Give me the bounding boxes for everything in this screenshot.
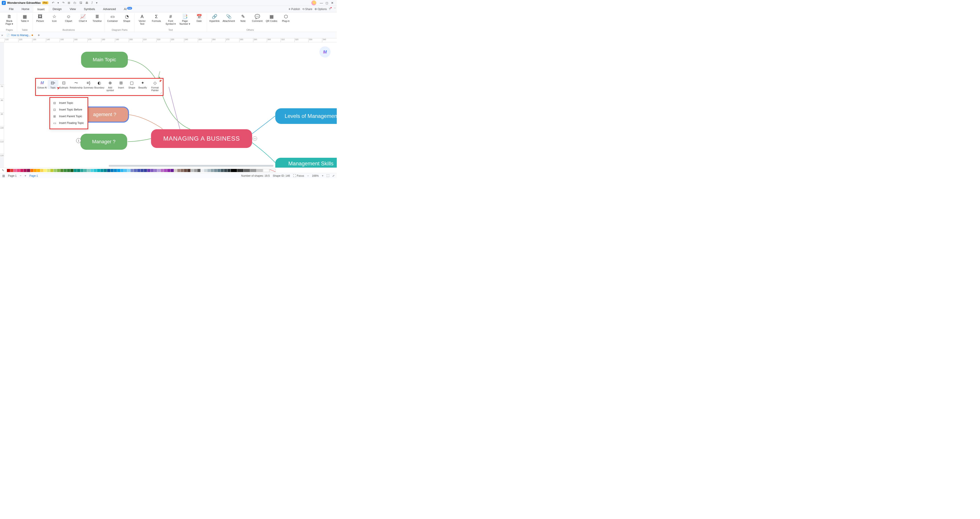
color-swatch[interactable] (20, 169, 23, 172)
collapse-children-button[interactable]: — (253, 136, 257, 141)
ft-subtopic-button[interactable]: ⊡Subtopic (58, 80, 69, 89)
ribbon-blank-page--button[interactable]: 🗎Blank Page ▾ (3, 13, 15, 25)
toolbar-pin-button[interactable]: 📌 (159, 80, 162, 83)
color-swatch[interactable] (37, 169, 40, 172)
color-swatch[interactable] (127, 169, 130, 172)
toolbar-expand-button[interactable]: ⤢ (160, 92, 162, 94)
ribbon-icon-button[interactable]: ☆Icon (49, 13, 60, 22)
ribbon-formula-button[interactable]: ΣFormula (151, 13, 162, 22)
menu-ai[interactable]: AIhot (120, 6, 136, 12)
ft-beautify-button[interactable]: ✦Beautify (137, 80, 148, 89)
color-swatch[interactable] (243, 169, 250, 172)
redo-button[interactable]: ↷ (62, 1, 65, 5)
color-swatch[interactable] (80, 169, 84, 172)
color-swatch[interactable] (164, 169, 167, 172)
save-button[interactable]: 🖫 (79, 1, 82, 5)
ribbon-timeline-button[interactable]: ≣Timeline (91, 13, 103, 22)
color-swatch[interactable] (221, 169, 224, 172)
zoom-in-button[interactable]: + (322, 174, 323, 177)
color-swatch[interactable] (161, 169, 164, 172)
print-button[interactable]: 🖶 (85, 1, 88, 5)
color-swatch[interactable] (237, 169, 243, 172)
page-next-button[interactable]: + (24, 174, 26, 177)
node-central[interactable]: MANAGING A BUSINESS (151, 129, 252, 148)
maximize-button[interactable]: ◻ (326, 1, 328, 5)
minimize-button[interactable]: — (320, 1, 323, 5)
color-swatch[interactable] (33, 169, 37, 172)
color-swatch[interactable] (184, 169, 187, 172)
undo-button[interactable]: ↶ (52, 1, 54, 5)
color-swatch[interactable] (30, 169, 33, 172)
color-swatch[interactable] (187, 169, 191, 172)
color-swatch[interactable] (77, 169, 80, 172)
color-swatch[interactable] (194, 169, 197, 172)
color-swatch[interactable] (170, 169, 174, 172)
node-levels[interactable]: Levels of Managemen (275, 108, 337, 124)
color-swatch[interactable] (211, 169, 214, 172)
ft-add-symbol-button[interactable]: ⊕Add symbol (105, 80, 116, 92)
ai-assistant-button[interactable]: M (320, 46, 331, 57)
color-swatch[interactable] (47, 169, 50, 172)
ft-insert-button[interactable]: ⊞Insert (116, 80, 127, 89)
color-swatch[interactable] (204, 169, 207, 172)
color-swatch[interactable] (110, 169, 114, 172)
color-swatch[interactable] (256, 169, 263, 172)
color-swatch[interactable] (200, 169, 204, 172)
color-swatch[interactable] (27, 169, 30, 172)
ft-topic-button[interactable]: ⊟ ▾Topic (48, 80, 59, 89)
page-layout-icon[interactable]: ▥ (2, 174, 5, 177)
color-swatch[interactable] (74, 169, 77, 172)
export-button[interactable]: ⤴ (91, 1, 93, 5)
fullscreen-button[interactable]: ⤢ (332, 174, 334, 177)
ribbon-note-button[interactable]: ✎Note (237, 13, 249, 22)
color-swatch[interactable] (224, 169, 227, 172)
ribbon-attachment-button[interactable]: 📎Attachment (223, 13, 234, 22)
color-swatch[interactable] (263, 169, 269, 172)
help-button[interactable]: ? (329, 8, 332, 11)
color-swatch[interactable] (151, 169, 154, 172)
page-prev-button[interactable]: − (20, 174, 22, 177)
ribbon-qr-codes-button[interactable]: ▦QR Codes (266, 13, 277, 22)
color-swatch[interactable] (207, 169, 210, 172)
color-swatch[interactable] (17, 169, 20, 172)
zoom-out-button[interactable]: − (307, 174, 309, 177)
color-swatch[interactable] (10, 169, 13, 172)
collapse-ribbon-button[interactable]: ˆ (334, 8, 336, 11)
color-swatch[interactable] (228, 169, 231, 172)
publish-button[interactable]: ✈ Publish (288, 8, 300, 11)
color-swatch[interactable] (57, 169, 60, 172)
ribbon-clipart-button[interactable]: ☺Clipart (63, 13, 75, 22)
add-tab-button[interactable]: + (38, 33, 40, 37)
options-button[interactable]: ⚙ Options (315, 8, 327, 11)
close-button[interactable]: ✕ (331, 1, 334, 5)
color-swatch[interactable] (104, 169, 107, 172)
menu-insert[interactable]: Insert (33, 6, 49, 12)
color-swatch[interactable] (124, 169, 127, 172)
color-swatch[interactable] (250, 169, 256, 172)
color-swatch[interactable] (97, 169, 100, 172)
ft-relationship-button[interactable]: ⤳Relationship (69, 80, 83, 89)
menu-view[interactable]: View (66, 6, 80, 12)
color-swatch[interactable] (197, 169, 200, 172)
ft-shape-button[interactable]: ▢Shape (127, 80, 137, 89)
color-swatch[interactable] (94, 169, 97, 172)
color-swatch[interactable] (40, 169, 43, 172)
color-swatch[interactable] (24, 169, 27, 172)
color-swatch[interactable] (167, 169, 170, 172)
dd-insert-topic-before[interactable]: ⊡Insert Topic Before (50, 106, 88, 113)
open-button[interactable]: 🗀 (73, 1, 76, 5)
color-swatch[interactable] (217, 169, 221, 172)
color-swatch[interactable] (214, 169, 217, 172)
canvas[interactable]: Main Topic agement ? Manager ? 1 MANAGIN… (4, 42, 337, 167)
color-swatch[interactable] (147, 169, 150, 172)
color-swatch[interactable] (7, 169, 10, 172)
color-swatch[interactable] (107, 169, 110, 172)
node-skills[interactable]: Management Skills (275, 158, 337, 167)
color-swatch[interactable] (100, 169, 103, 172)
ribbon-container-button[interactable]: ▭Container (107, 13, 118, 22)
node-main-topic[interactable]: Main Topic (81, 52, 128, 68)
menu-design[interactable]: Design (49, 6, 65, 12)
color-swatch[interactable] (181, 169, 184, 172)
color-swatch[interactable] (177, 169, 180, 172)
user-avatar[interactable] (311, 0, 316, 5)
